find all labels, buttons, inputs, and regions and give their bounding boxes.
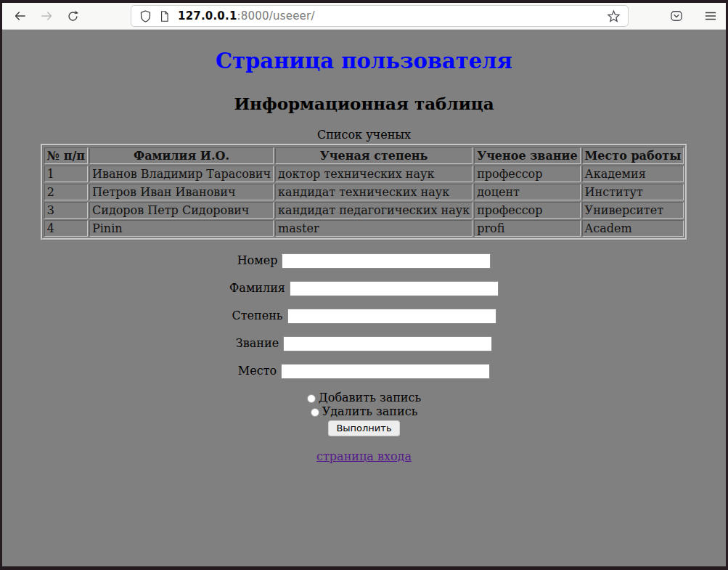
cell-number: 2 — [44, 184, 88, 200]
button-row: Выполнить — [2, 420, 726, 436]
url-text[interactable]: 127.0.0.1:8000/useeer/ — [178, 9, 315, 23]
col-header-rank: Ученое звание — [474, 147, 580, 164]
cell-workplace: Академия — [582, 166, 684, 182]
record-form: Номер Фамилия Степень Звание Место Добав… — [2, 253, 726, 436]
radio-row-add: Добавить запись — [2, 391, 726, 404]
cell-surname: Петров Иван Иванович — [89, 184, 274, 200]
cell-rank: профессор — [474, 202, 580, 219]
col-header-surname: Фамилия И.О. — [89, 147, 274, 164]
cell-degree: доктор технических наук — [275, 166, 473, 182]
cell-workplace: Институт — [582, 184, 684, 200]
table-row: 4 Pinin master profi Academ — [44, 220, 684, 237]
url-path: :8000/useeer/ — [237, 9, 315, 23]
number-label: Номер — [237, 253, 278, 267]
page-title: Страница пользователя — [2, 49, 726, 73]
cell-degree: кандидат педагогических наук — [275, 202, 473, 219]
cell-rank: profi — [474, 220, 580, 237]
cell-degree: master — [275, 220, 473, 237]
form-row-degree: Степень — [2, 308, 726, 324]
table-caption: Список ученых — [41, 128, 688, 144]
back-arrow-icon — [13, 9, 28, 23]
bookmark-star-icon[interactable] — [607, 9, 621, 23]
reload-icon — [66, 9, 80, 23]
cell-number: 3 — [44, 202, 88, 219]
login-page-link[interactable]: страница входа — [316, 449, 412, 463]
forward-arrow-icon — [39, 9, 54, 23]
col-header-degree: Ученая степень — [275, 147, 473, 164]
degree-label: Степень — [232, 309, 282, 322]
table-row: 3 Сидоров Петр Сидорович кандидат педаго… — [44, 202, 684, 219]
page-content: Страница пользователя Информационная таб… — [2, 30, 726, 566]
table-row: 2 Петров Иван Иванович кандидат техничес… — [44, 184, 684, 200]
browser-toolbar: 127.0.0.1:8000/useeer/ — [2, 3, 726, 30]
workplace-input[interactable] — [281, 364, 490, 379]
radio-row-delete: Удалить запись — [2, 404, 726, 418]
cell-rank: профессор — [474, 166, 580, 182]
col-header-workplace: Место работы — [582, 147, 684, 164]
cell-rank: доцент — [474, 184, 580, 200]
menu-button[interactable] — [700, 6, 721, 26]
delete-record-label: Удалить запись — [322, 404, 418, 418]
table-header-row: № п/п Фамилия И.О. Ученая степень Ученое… — [44, 147, 684, 164]
back-button[interactable] — [9, 6, 31, 26]
hamburger-menu-icon — [703, 9, 718, 23]
scientists-table: Список ученых № п/п Фамилия И.О. Ученая … — [41, 128, 688, 240]
form-row-workplace: Место — [2, 363, 726, 379]
col-header-number: № п/п — [44, 147, 88, 164]
cell-number: 1 — [44, 166, 88, 182]
execute-button[interactable]: Выполнить — [328, 420, 399, 436]
url-bar[interactable]: 127.0.0.1:8000/useeer/ — [131, 5, 629, 27]
number-input[interactable] — [282, 253, 491, 269]
table-row: 1 Иванов Владимир Тарасович доктор техни… — [44, 166, 684, 182]
rank-input[interactable] — [283, 336, 492, 351]
cell-surname: Pinin — [89, 220, 274, 237]
cell-number: 4 — [44, 220, 88, 237]
rank-label: Звание — [236, 336, 279, 350]
cell-degree: кандидат технических наук — [275, 184, 473, 200]
link-row: страница входа — [2, 449, 726, 463]
cell-workplace: Университет — [582, 202, 684, 219]
pocket-icon[interactable] — [669, 9, 684, 23]
degree-input[interactable] — [287, 309, 496, 324]
delete-record-radio[interactable] — [311, 408, 319, 417]
url-host: 127.0.0.1 — [178, 9, 237, 23]
shield-icon[interactable] — [139, 9, 152, 23]
forward-button[interactable] — [36, 6, 57, 26]
browser-window: 127.0.0.1:8000/useeer/ Страница пользов — [0, 0, 728, 570]
workplace-label: Место — [238, 364, 277, 378]
form-row-surname: Фамилия — [2, 280, 726, 296]
cell-surname: Иванов Владимир Тарасович — [89, 166, 274, 182]
form-row-rank: Звание — [2, 335, 726, 351]
cell-surname: Сидоров Петр Сидорович — [89, 202, 274, 219]
section-title: Информационная таблица — [2, 94, 726, 113]
reload-button[interactable] — [62, 6, 83, 26]
cell-workplace: Academ — [582, 220, 684, 237]
add-record-label: Добавить запись — [319, 391, 421, 404]
surname-input[interactable] — [290, 281, 499, 296]
add-record-radio[interactable] — [307, 394, 316, 403]
page-info-icon[interactable] — [158, 10, 171, 23]
form-row-number: Номер — [2, 253, 726, 269]
surname-label: Фамилия — [229, 281, 285, 295]
